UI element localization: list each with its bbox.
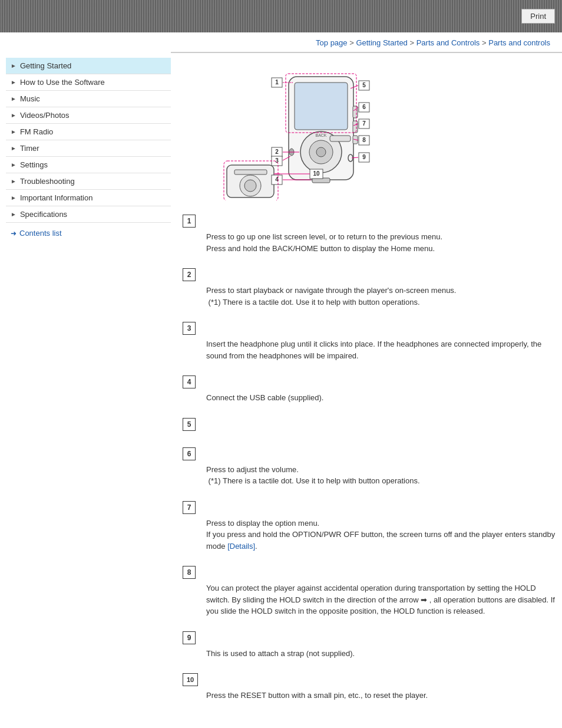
section-num-1: 1 [183, 215, 196, 228]
section-num-7: 7 [183, 501, 196, 514]
sidebar-item-getting-started[interactable]: ► Getting Started [6, 58, 171, 74]
svg-point-15 [244, 180, 256, 192]
section-num-10: 10 [183, 673, 198, 686]
section-3-text: Insert the headphone plug until it click… [183, 338, 560, 361]
details-link-7[interactable]: [Details] [227, 542, 255, 551]
svg-text:BACK: BACK [315, 133, 326, 137]
section-num-2: 2 [183, 268, 196, 281]
svg-point-4 [316, 147, 326, 157]
breadcrumb-getting-started[interactable]: Getting Started [356, 38, 407, 47]
arrow-icon: ► [11, 178, 16, 185]
section-5: 5 [183, 410, 560, 433]
section-4-text: Connect the USB cable (supplied). [183, 392, 560, 404]
section-num-4: 4 [183, 375, 196, 388]
section-num-9: 9 [183, 631, 196, 644]
sidebar-item-label: Videos/Photos [20, 111, 70, 120]
svg-text:7: 7 [362, 120, 366, 127]
svg-rect-10 [353, 106, 358, 118]
print-button[interactable]: Print [521, 9, 555, 24]
sidebar-item-music[interactable]: ► Music [6, 91, 171, 107]
arrow-icon: ► [11, 129, 16, 135]
svg-text:8: 8 [362, 137, 366, 143]
sidebar-item-label: FM Radio [20, 127, 53, 136]
contents-list-link[interactable]: ➜ Contents list [6, 223, 171, 243]
content-area: BACK [171, 52, 562, 716]
section-num-8: 8 [183, 566, 196, 579]
section-10-text: Press the RESET button with a small pin,… [183, 690, 560, 701]
arrow-icon: ► [11, 162, 16, 168]
sidebar-item-label: Getting Started [20, 61, 71, 70]
svg-text:1: 1 [275, 79, 279, 85]
svg-text:5: 5 [362, 82, 366, 88]
svg-rect-11 [353, 121, 358, 133]
svg-rect-1 [295, 83, 348, 130]
svg-text:9: 9 [362, 154, 366, 160]
section-2: 2 Press to start playback or navigate th… [183, 260, 560, 308]
arrow-icon: ► [11, 95, 16, 102]
breadcrumb: Top page > Getting Started > Parts and C… [0, 32, 562, 52]
sidebar-item-label: How to Use the Software [20, 78, 105, 87]
section-9-text: This is used to attach a strap (not supp… [183, 648, 560, 660]
section-6: 6 Press to adjust the volume. (*1) There… [183, 439, 560, 487]
arrow-icon: ► [11, 211, 16, 218]
section-7-text: Press to display the option menu. If you… [183, 518, 560, 552]
section-10: 10 Press the RESET button with a small p… [183, 665, 560, 701]
sidebar-item-specifications[interactable]: ► Specifications [6, 206, 171, 223]
sidebar-item-label: Specifications [20, 210, 67, 219]
sidebar-item-videos-photos[interactable]: ► Videos/Photos [6, 107, 171, 124]
section-num-5: 5 [183, 418, 196, 431]
svg-rect-6 [330, 136, 351, 141]
breadcrumb-parts-controls[interactable]: Parts and Controls [416, 38, 480, 47]
section-4: 4 Connect the USB cable (supplied). [183, 367, 560, 404]
sidebar-item-label: Important Information [20, 193, 93, 202]
svg-text:3: 3 [275, 157, 279, 164]
sidebar-item-label: Troubleshooting [20, 177, 75, 186]
sidebar-item-label: Timer [20, 144, 39, 153]
svg-text:10: 10 [313, 170, 320, 177]
section-num-3: 3 [183, 322, 196, 335]
arrow-icon: ► [11, 195, 16, 201]
sidebar-item-label: Music [20, 94, 40, 103]
sidebar: ► Getting Started ► How to Use the Softw… [0, 52, 171, 716]
sidebar-item-label: Settings [20, 160, 48, 169]
section-num-6: 6 [183, 447, 196, 460]
section-1-text: Press to go up one list screen level, or… [183, 231, 560, 254]
header-bar: Print [0, 0, 562, 32]
arrow-right-icon: ➜ [11, 229, 16, 238]
sidebar-item-settings[interactable]: ► Settings [6, 157, 171, 173]
arrow-icon: ► [11, 112, 16, 118]
section-8: 8 You can protect the player against acc… [183, 558, 560, 617]
contents-list-label[interactable]: Contents list [19, 229, 62, 238]
arrow-icon: ► [11, 79, 16, 85]
device-diagram: BACK [194, 65, 560, 200]
section-2-text: Press to start playback or navigate thro… [183, 285, 560, 308]
sidebar-item-troubleshooting[interactable]: ► Troubleshooting [6, 173, 171, 190]
section-1: 1 Press to go up one list screen level, … [183, 206, 560, 254]
sidebar-item-timer[interactable]: ► Timer [6, 140, 171, 157]
arrow-icon: ► [11, 145, 16, 151]
breadcrumb-parts-controls-current[interactable]: Parts and controls [488, 38, 550, 47]
svg-rect-16 [234, 170, 267, 174]
main-layout: ► Getting Started ► How to Use the Softw… [0, 52, 562, 727]
section-3: 3 Insert the headphone plug until it cli… [183, 314, 560, 361]
section-9: 9 This is used to attach a strap (not su… [183, 623, 560, 660]
sidebar-item-important-info[interactable]: ► Important Information [6, 190, 171, 206]
svg-text:2: 2 [275, 149, 279, 155]
section-7: 7 Press to display the option menu. If y… [183, 493, 560, 552]
section-8-text: You can protect the player against accid… [183, 582, 560, 617]
device-illustration: BACK [194, 65, 560, 200]
breadcrumb-top[interactable]: Top page [316, 38, 348, 47]
sidebar-item-fm-radio[interactable]: ► FM Radio [6, 124, 171, 140]
section-6-text: Press to adjust the volume. (*1) There i… [183, 464, 560, 487]
arrow-icon: ► [11, 62, 16, 69]
svg-text:6: 6 [362, 104, 366, 110]
sidebar-item-how-to-use[interactable]: ► How to Use the Software [6, 74, 171, 91]
